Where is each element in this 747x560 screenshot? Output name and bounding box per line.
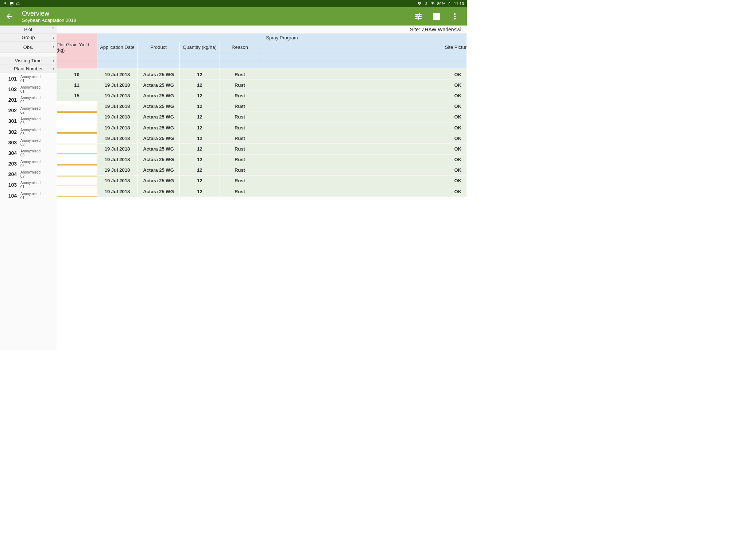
col-yield[interactable]: Plot Grain Yield (kg) bbox=[57, 42, 97, 53]
cell-sitepic[interactable]: OK bbox=[260, 186, 467, 197]
cell-sitepic[interactable]: OK bbox=[260, 122, 467, 133]
cell-quantity[interactable]: 12 bbox=[180, 112, 220, 122]
cell-quantity[interactable]: 12 bbox=[180, 186, 220, 197]
sidebar-item-visiting-time[interactable]: Visiting Time› bbox=[0, 57, 57, 65]
row-label[interactable]: 303Anonymized03 bbox=[0, 137, 57, 148]
cell-date[interactable]: 19 Jul 2018 bbox=[97, 176, 138, 186]
cell-date[interactable]: 19 Jul 2018 bbox=[97, 133, 138, 143]
more-icon[interactable] bbox=[451, 12, 459, 20]
cell-date[interactable]: 19 Jul 2018 bbox=[97, 101, 138, 112]
cell-yield[interactable] bbox=[57, 133, 97, 143]
row-label[interactable]: 302Anonymized03 bbox=[0, 127, 57, 137]
cell-quantity[interactable]: 12 bbox=[180, 155, 220, 165]
cell-reason[interactable]: Rust bbox=[220, 80, 260, 90]
row-label[interactable]: 204Anonymized02 bbox=[0, 169, 57, 180]
row-label[interactable]: 301Anonymized03 bbox=[0, 116, 57, 127]
cell-product[interactable]: Actara 25 WG bbox=[138, 155, 180, 165]
row-label[interactable]: 203Anonymized02 bbox=[0, 159, 57, 169]
cell-date[interactable]: 19 Jul 2018 bbox=[97, 112, 138, 122]
cell-date[interactable]: 19 Jul 2018 bbox=[97, 186, 138, 197]
data-grid[interactable]: Site: ZHAW Wädenswil Spray Program Plot … bbox=[57, 26, 467, 350]
col-date[interactable]: Application Date bbox=[97, 42, 138, 53]
cell-quantity[interactable]: 12 bbox=[180, 80, 220, 90]
cell-date[interactable]: 19 Jul 2018 bbox=[97, 90, 138, 101]
cell-sitepic[interactable]: OK bbox=[260, 90, 467, 101]
cell-yield[interactable] bbox=[57, 112, 97, 122]
sidebar-item-plant-number[interactable]: Plant Number› bbox=[0, 65, 57, 73]
cell-date[interactable]: 19 Jul 2018 bbox=[97, 80, 138, 90]
cell-product[interactable]: Actara 25 WG bbox=[138, 186, 180, 197]
col-reason[interactable]: Reason bbox=[220, 42, 260, 53]
cell-date[interactable]: 19 Jul 2018 bbox=[97, 165, 138, 175]
row-label[interactable]: 202Anonymized02 bbox=[0, 105, 57, 116]
sidebar-item-obs-[interactable]: Obs.› bbox=[0, 42, 57, 53]
cell-product[interactable]: Actara 25 WG bbox=[138, 133, 180, 143]
cell-quantity[interactable]: 12 bbox=[180, 122, 220, 133]
cell-yield[interactable] bbox=[57, 166, 97, 175]
cell-sitepic[interactable]: OK bbox=[260, 69, 467, 79]
cell-quantity[interactable]: 12 bbox=[180, 90, 220, 101]
sidebar-item-plot[interactable]: Plot˅ bbox=[0, 26, 57, 34]
cell-quantity[interactable]: 12 bbox=[180, 165, 220, 175]
cell-quantity[interactable]: 12 bbox=[180, 133, 220, 143]
back-button[interactable] bbox=[5, 12, 14, 21]
cell-product[interactable]: Actara 25 WG bbox=[138, 80, 180, 90]
cell-quantity[interactable]: 12 bbox=[180, 144, 220, 154]
cell-sitepic[interactable]: OK bbox=[260, 101, 467, 112]
cell-reason[interactable]: Rust bbox=[220, 112, 260, 122]
sidebar-item-group[interactable]: Group› bbox=[0, 34, 57, 42]
col-product[interactable]: Product bbox=[138, 42, 180, 53]
filter-icon[interactable] bbox=[414, 12, 422, 20]
row-label[interactable]: 101Anonymized01 bbox=[0, 73, 57, 84]
cell-product[interactable]: Actara 25 WG bbox=[138, 144, 180, 154]
cell-yield[interactable] bbox=[57, 102, 97, 112]
cell-sitepic[interactable]: OK bbox=[260, 155, 467, 165]
cell-reason[interactable]: Rust bbox=[220, 101, 260, 112]
cell-reason[interactable]: Rust bbox=[220, 133, 260, 143]
cell-reason[interactable]: Rust bbox=[220, 186, 260, 197]
cell-reason[interactable]: Rust bbox=[220, 176, 260, 186]
cell-quantity[interactable]: 12 bbox=[180, 176, 220, 186]
cell-sitepic[interactable]: OK bbox=[260, 80, 467, 90]
cell-reason[interactable]: Rust bbox=[220, 69, 260, 79]
cell-sitepic[interactable]: OK bbox=[260, 112, 467, 122]
cell-date[interactable]: 19 Jul 2018 bbox=[97, 155, 138, 165]
cell-yield[interactable] bbox=[57, 176, 97, 186]
grid-off-icon[interactable] bbox=[433, 12, 441, 20]
row-label[interactable]: 304Anonymized03 bbox=[0, 148, 57, 158]
cell-sitepic[interactable]: OK bbox=[260, 144, 467, 154]
cell-product[interactable]: Actara 25 WG bbox=[138, 165, 180, 175]
row-label[interactable]: 104Anonymized01 bbox=[0, 190, 57, 201]
col-sitepic[interactable]: Site Pictur bbox=[260, 42, 467, 53]
cell-product[interactable]: Actara 25 WG bbox=[138, 122, 180, 133]
cell-date[interactable]: 19 Jul 2018 bbox=[97, 144, 138, 154]
cell-quantity[interactable]: 12 bbox=[180, 69, 220, 79]
col-quantity[interactable]: Quantity (kg/ha) bbox=[180, 42, 220, 53]
cell-sitepic[interactable]: OK bbox=[260, 176, 467, 186]
cell-product[interactable]: Actara 25 WG bbox=[138, 176, 180, 186]
cell-yield[interactable] bbox=[57, 123, 97, 133]
cell-reason[interactable]: Rust bbox=[220, 144, 260, 154]
row-label[interactable]: 103Anonymized01 bbox=[0, 180, 57, 190]
cell-product[interactable]: Actara 25 WG bbox=[138, 90, 180, 101]
cell-yield[interactable]: 15 bbox=[57, 90, 97, 101]
cell-sitepic[interactable]: OK bbox=[260, 165, 467, 175]
cell-yield[interactable] bbox=[57, 144, 97, 154]
cell-product[interactable]: Actara 25 WG bbox=[138, 69, 180, 79]
cell-yield[interactable] bbox=[57, 187, 97, 197]
cell-yield[interactable]: 10 bbox=[57, 69, 97, 79]
cell-quantity[interactable]: 12 bbox=[180, 101, 220, 112]
cell-date[interactable]: 19 Jul 2018 bbox=[97, 69, 138, 79]
cell-date[interactable]: 19 Jul 2018 bbox=[97, 122, 138, 133]
cell-reason[interactable]: Rust bbox=[220, 90, 260, 101]
cell-sitepic[interactable]: OK bbox=[260, 133, 467, 143]
cell-reason[interactable]: Rust bbox=[220, 155, 260, 165]
row-label[interactable]: 201Anonymized02 bbox=[0, 94, 57, 105]
cell-reason[interactable]: Rust bbox=[220, 122, 260, 133]
cell-product[interactable]: Actara 25 WG bbox=[138, 101, 180, 112]
cell-product[interactable]: Actara 25 WG bbox=[138, 112, 180, 122]
row-label[interactable]: 102Anonymized01 bbox=[0, 84, 57, 94]
cell-yield[interactable]: 11 bbox=[57, 80, 97, 90]
cell-reason[interactable]: Rust bbox=[220, 165, 260, 175]
cell-yield[interactable] bbox=[57, 155, 97, 165]
